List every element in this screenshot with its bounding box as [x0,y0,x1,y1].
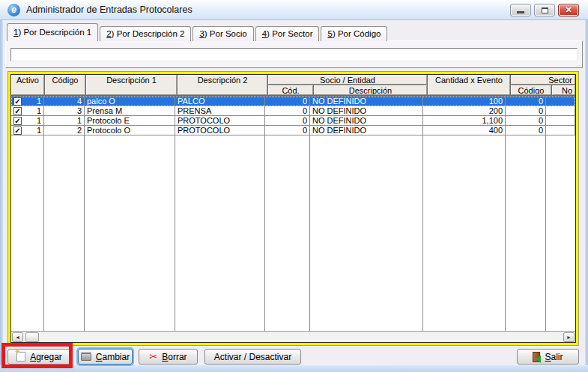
entries-table-border: Activo Código Descripción 1 Descripción … [7,71,579,346]
window-frame-right [585,20,588,365]
window-title: Administrador de Entradas Protocolares [26,4,193,15]
cell-sector-cod: 0 [506,126,546,135]
tab-por-sector[interactable]: 4) Por Sector [255,26,320,41]
cell-codigo: 4 [44,97,85,106]
app-logo-icon: e [7,4,20,16]
cell-desc2: PALCO [175,97,265,106]
tab-strip: 1) Por Descripción 1 2) Por Descripción … [7,23,389,41]
cell-codigo: 2 [44,126,85,135]
activo-checkbox[interactable]: ✓ [13,107,22,115]
minimize-icon [517,11,524,13]
col-header-cantidad-evento[interactable]: Cantidad x Evento [428,75,510,95]
cell-desc1: Protocolo E [85,116,175,125]
col-header-activo[interactable]: Activo [11,75,44,95]
scissors-icon: ✂ [149,352,157,362]
tab-por-descripcion-2[interactable]: 2) Por Descripción 2 [100,26,191,41]
cell-cantidad: 200 [423,106,506,115]
scroll-right-icon[interactable]: ► [563,332,575,342]
col-header-socio-cod[interactable]: Cód. [268,85,313,95]
col-header-sector[interactable]: Sector [511,75,575,85]
cell-socio-desc: NO DEFINIDO [310,116,423,125]
scrollbar-thumb[interactable] [25,332,39,342]
annotation-highlight [1,343,73,368]
cell-desc1: Protocolo O [85,126,175,135]
exit-door-icon [533,352,540,362]
cell-codigo: 3 [44,106,85,115]
activo-checkbox[interactable]: ✓ [13,97,22,106]
col-header-socio-descripcion[interactable]: Descripción [314,85,427,95]
cell-cantidad: 100 [423,97,506,106]
title-bar[interactable]: e Administrador de Entradas Protocolares… [0,0,588,20]
cell-socio-desc: NO DEFINIDO [310,97,423,106]
col-header-sector-no[interactable]: No [552,85,575,95]
cell-sector-cod: 0 [506,97,546,106]
cell-socio-desc: NO DEFINIDO [310,126,423,135]
tab-por-socio[interactable]: 3) Por Socio [193,26,253,41]
table-body: ✓14palco OPALCO0NO DEFINIDO1000✓13Prensa… [11,97,575,135]
table-row[interactable]: ✓11Protocolo EPROTOCOLO0NO DEFINIDO1,100… [11,116,575,126]
cell-sector-no [546,97,575,106]
cell-activo: ✓1 [11,126,44,135]
cell-sector-no [546,126,575,135]
col-header-sector-codigo[interactable]: Código [511,85,551,95]
table-header: Activo Código Descripción 1 Descripción … [11,75,575,97]
filter-input[interactable] [10,48,578,61]
cell-sector-no [546,116,575,125]
cell-socio-cod: 0 [265,116,310,125]
col-header-descripcion-1[interactable]: Descripción 1 [86,75,177,95]
close-icon: ✕ [565,6,572,14]
activar-desactivar-button[interactable]: Activar / Desactivar [204,349,301,365]
cell-desc2: PRENSA [175,106,265,115]
borrar-button[interactable]: ✂ Borrar [139,349,198,365]
cell-sector-no [546,106,575,115]
cell-sector-cod: 0 [506,116,546,125]
cell-socio-cod: 0 [265,97,310,106]
minimize-button[interactable] [510,4,531,16]
edit-device-icon [81,353,91,361]
col-header-socio-entidad[interactable]: Socio / Entidad [268,75,427,85]
cell-activo: ✓1 [11,97,44,106]
cell-socio-desc: NO DEFINIDO [310,106,423,115]
maximize-button[interactable] [534,4,555,16]
horizontal-scrollbar[interactable]: ◄ ► [11,331,575,342]
cell-desc2: PROTOCOLO [175,126,265,135]
window-frame-bottom [0,365,588,372]
cell-desc1: palco O [85,97,175,106]
cell-socio-cod: 0 [265,126,310,135]
cell-activo: ✓1 [11,106,44,115]
cell-codigo: 1 [44,116,85,125]
maximize-icon [542,7,548,13]
tab-por-descripcion-1[interactable]: 1) Por Descripción 1 [7,23,98,41]
table-row[interactable]: ✓13Prensa MPRENSA0NO DEFINIDO2000 [11,106,575,116]
salir-button[interactable]: Salir [517,349,579,365]
table-row[interactable]: ✓14palco OPALCO0NO DEFINIDO1000 [11,97,575,106]
cell-cantidad: 1,100 [423,116,506,125]
col-header-descripcion-2[interactable]: Descripción 2 [178,75,267,95]
cell-socio-cod: 0 [265,106,310,115]
tab-page [5,40,583,68]
cell-desc2: PROTOCOLO [175,116,265,125]
table-row[interactable]: ✓12Protocolo OPROTOCOLO0NO DEFINIDO4000 [11,126,575,135]
entries-table: Activo Código Descripción 1 Descripción … [10,74,576,343]
table-empty-area [11,135,575,331]
cambiar-button[interactable]: Cambiar [78,349,133,365]
close-button[interactable]: ✕ [558,4,579,16]
cell-sector-cod: 0 [506,106,546,115]
cell-desc1: Prensa M [85,106,175,115]
cell-activo: ✓1 [11,116,44,125]
tab-por-codigo[interactable]: 5) Por Código [321,26,387,41]
activo-checkbox[interactable]: ✓ [13,126,22,135]
cell-cantidad: 400 [423,126,506,135]
scroll-left-icon[interactable]: ◄ [12,332,23,342]
activo-checkbox[interactable]: ✓ [13,117,22,125]
app-window: e Administrador de Entradas Protocolares… [0,0,588,372]
window-frame-left [0,20,3,365]
col-header-codigo[interactable]: Código [45,75,85,95]
